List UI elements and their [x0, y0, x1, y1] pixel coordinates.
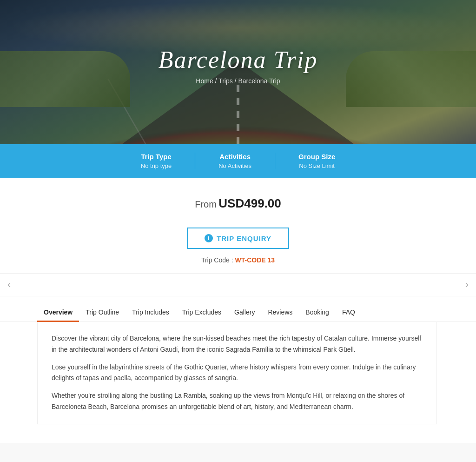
trip-enquiry-button[interactable]: i TRIP ENQUIRY — [187, 228, 289, 249]
info-activities-label: Activities — [218, 153, 251, 161]
tab-booking[interactable]: Booking — [299, 301, 336, 321]
tab-reviews[interactable]: Reviews — [261, 301, 299, 321]
trip-code-section: Trip Code : WT-CODE 13 — [0, 256, 476, 264]
hero-title: Barcelona Trip — [159, 46, 317, 74]
info-group-size-value: No Size Limit — [298, 162, 335, 169]
info-group-size-label: Group Size — [298, 153, 335, 161]
info-bar-activities: Activities No Activities — [195, 153, 275, 169]
breadcrumb-current: Barcelona Trip — [238, 77, 280, 85]
tab-overview[interactable]: Overview — [37, 301, 79, 321]
info-trip-type-value: No trip type — [141, 162, 172, 169]
info-bar-trip-type: Trip Type No trip type — [118, 153, 195, 169]
related-trips-section: OTHER TRIPS Related Trips — [0, 443, 476, 462]
tab-trip-excludes[interactable]: Trip Excludes — [176, 301, 228, 321]
info-bar-group-size: Group Size No Size Limit — [275, 153, 358, 169]
breadcrumb: Home / Trips / Barcelona Trip — [159, 77, 317, 85]
info-bar: Trip Type No trip type Activities No Act… — [0, 144, 476, 178]
slider-area: ‹ › — [0, 273, 476, 296]
enquiry-label: TRIP ENQUIRY — [217, 234, 271, 242]
hero-content: Barcelona Trip Home / Trips / Barcelona … — [159, 46, 317, 85]
enquiry-icon: i — [205, 234, 213, 242]
tabs-bar: Overview Trip Outline Trip Includes Trip… — [0, 301, 476, 322]
slider-arrow-left[interactable]: ‹ — [0, 279, 18, 291]
breadcrumb-home[interactable]: Home — [196, 77, 213, 85]
overview-para-3: Whether you're strolling along the bustl… — [52, 390, 423, 413]
terrain-left — [0, 51, 130, 107]
info-activities-value: No Activities — [218, 162, 251, 169]
slider-arrow-right[interactable]: › — [458, 279, 476, 291]
overview-content: Discover the vibrant city of Barcelona, … — [37, 322, 437, 424]
terrain-right — [346, 51, 476, 107]
tab-gallery[interactable]: Gallery — [228, 301, 261, 321]
price-amount: USD499.00 — [218, 196, 281, 210]
tab-faq[interactable]: FAQ — [336, 301, 362, 321]
breadcrumb-trips[interactable]: Trips — [218, 77, 233, 85]
price-section: From USD499.00 — [0, 178, 476, 220]
overview-para-1: Discover the vibrant city of Barcelona, … — [52, 333, 423, 355]
trip-code-label: Trip Code : — [201, 256, 233, 264]
price-prefix: From — [195, 199, 217, 209]
enquiry-wrap: i TRIP ENQUIRY — [0, 228, 476, 249]
trip-code-value: WT-CODE 13 — [235, 256, 275, 264]
hero-section: Barcelona Trip Home / Trips / Barcelona … — [0, 0, 476, 144]
info-trip-type-label: Trip Type — [141, 153, 172, 161]
tab-trip-outline[interactable]: Trip Outline — [79, 301, 126, 321]
overview-para-2: Lose yourself in the labyrinthine street… — [52, 362, 423, 384]
tab-trip-includes[interactable]: Trip Includes — [126, 301, 176, 321]
